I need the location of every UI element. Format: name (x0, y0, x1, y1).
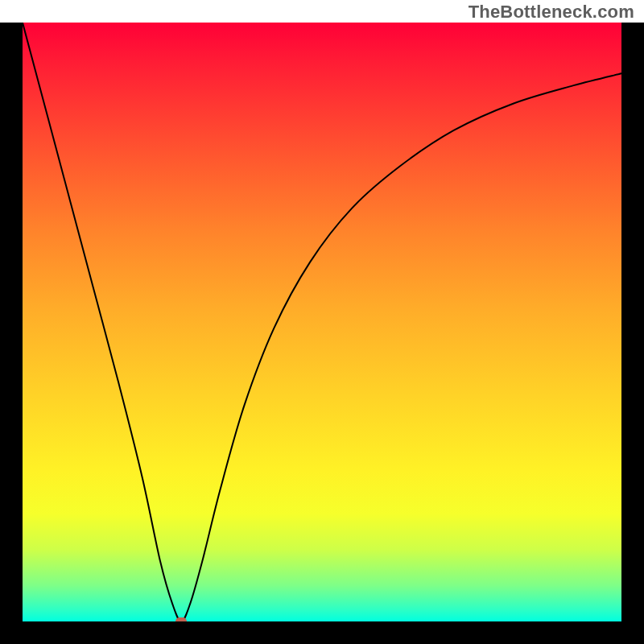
bottleneck-curve (23, 23, 621, 621)
chart-container: TheBottleneck.com (0, 0, 644, 644)
plot-area (23, 23, 621, 621)
minimum-marker (175, 617, 187, 621)
attribution-text: TheBottleneck.com (469, 2, 634, 23)
curve-svg (23, 23, 621, 621)
chart-frame (0, 23, 644, 644)
